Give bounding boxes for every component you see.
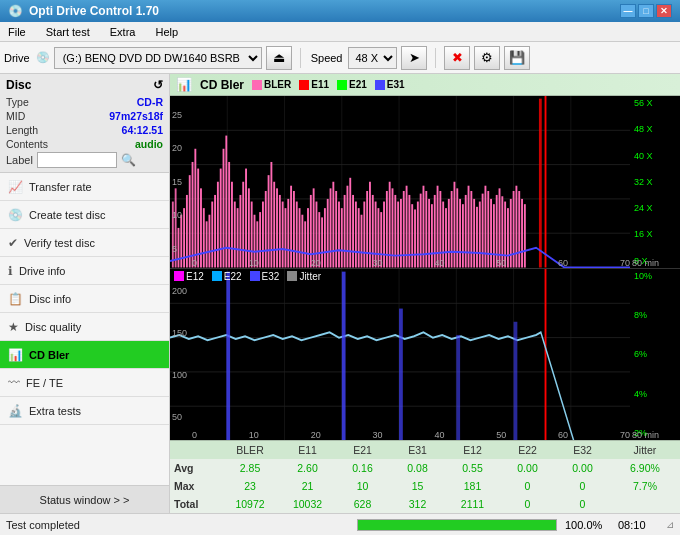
stats-max-e21: 10 [335, 480, 390, 492]
status-window-button[interactable]: Status window > > [0, 485, 169, 513]
svg-rect-45 [265, 191, 267, 268]
nav-transfer-rate[interactable]: 📈 Transfer rate [0, 173, 169, 201]
stats-avg-e31: 0.08 [390, 462, 445, 474]
nav-disc-quality-label: Disc quality [25, 321, 81, 333]
disc-contents-row: Contents audio [6, 138, 163, 150]
legend-e22-label: E22 [224, 271, 242, 282]
legend-jitter-dot [287, 271, 297, 281]
svg-rect-55 [293, 191, 295, 268]
disc-label-input[interactable] [37, 152, 117, 168]
bottom-chart-legend: E12 E22 E32 Jitter [174, 271, 321, 282]
progress-bar [357, 519, 557, 531]
legend-jitter-label: Jitter [299, 271, 321, 282]
svg-rect-122 [482, 194, 484, 268]
disc-mid-value: 97m27s18f [109, 110, 163, 122]
nav-disc-quality[interactable]: ★ Disc quality [0, 313, 169, 341]
legend-e22-dot [212, 271, 222, 281]
stats-max-e31: 15 [390, 480, 445, 492]
legend-e11: E11 [299, 79, 329, 90]
svg-rect-102 [425, 191, 427, 268]
stats-table: BLER E11 E21 E31 E12 E22 E32 Jitter Avg … [170, 440, 680, 513]
menu-help[interactable]: Help [151, 24, 182, 40]
disc-title: Disc [6, 78, 31, 92]
settings-button[interactable]: ⚙ [474, 46, 500, 70]
chart-title: CD Bler [200, 78, 244, 92]
menu-file[interactable]: File [4, 24, 30, 40]
stats-max-e22: 0 [500, 480, 555, 492]
transfer-rate-icon: 📈 [8, 180, 23, 194]
svg-rect-106 [437, 186, 439, 268]
stats-col-e32: E32 [555, 444, 610, 456]
toolbar-sep-1 [300, 48, 301, 68]
stats-avg-e22: 0.00 [500, 462, 555, 474]
svg-rect-155 [514, 321, 518, 440]
titlebar-left: 💿 Opti Drive Control 1.70 [8, 4, 159, 18]
svg-rect-33 [231, 182, 233, 268]
svg-rect-46 [268, 175, 270, 267]
nav-extra-tests[interactable]: 🔬 Extra tests [0, 397, 169, 425]
disc-label-search-icon[interactable]: 🔍 [121, 153, 136, 167]
menubar: File Start test Extra Help [0, 22, 680, 42]
legend-bler-dot [252, 80, 262, 90]
yaxis-10pct: 10% [634, 271, 678, 281]
disc-header: Disc ↺ [6, 78, 163, 92]
stats-col-e31: E31 [390, 444, 445, 456]
nav-verify-test-disc[interactable]: ✔ Verify test disc [0, 229, 169, 257]
stats-max-jitter: 7.7% [610, 480, 680, 492]
statusbar-text: Test completed [6, 519, 349, 531]
svg-rect-69 [332, 182, 334, 268]
nav-fe-te[interactable]: 〰 FE / TE [0, 369, 169, 397]
eject-button[interactable]: ⏏ [266, 46, 292, 70]
stats-total-e32: 0 [555, 498, 610, 510]
toolbar-sep-2 [435, 48, 436, 68]
save-button[interactable]: 💾 [504, 46, 530, 70]
stats-avg-jitter: 6.90% [610, 462, 680, 474]
clear-button[interactable]: ✖ [444, 46, 470, 70]
svg-rect-48 [273, 182, 275, 268]
disc-quality-icon: ★ [8, 320, 19, 334]
svg-rect-62 [313, 188, 315, 267]
nav-create-test-disc[interactable]: 💿 Create test disc [0, 201, 169, 229]
top-xmax-label: 80 min [632, 256, 680, 268]
chart-area: 📊 CD Bler BLER E11 E21 E31 [170, 74, 680, 513]
bottom-chart-yaxis-left: 200 150 100 50 [170, 269, 192, 441]
stats-max-e11: 21 [280, 480, 335, 492]
disc-length-value: 64:12.51 [122, 124, 163, 136]
legend-bler: BLER [252, 79, 291, 90]
left-panel: Disc ↺ Type CD-R MID 97m27s18f Length 64… [0, 74, 170, 513]
chart-header: 📊 CD Bler BLER E11 E21 E31 [170, 74, 680, 96]
legend-e32-label: E32 [262, 271, 280, 282]
minimize-button[interactable]: — [620, 4, 636, 18]
drive-select[interactable]: (G:) BENQ DVD DD DW1640 BSRB [54, 47, 262, 69]
close-button[interactable]: ✕ [656, 4, 672, 18]
yaxis-6pct: 6% [634, 349, 678, 359]
stats-total-bler: 10972 [220, 498, 280, 510]
svg-rect-151 [226, 271, 230, 440]
nav-fe-te-label: FE / TE [26, 377, 63, 389]
disc-type-row: Type CD-R [6, 96, 163, 108]
disc-length-row: Length 64:12.51 [6, 124, 163, 136]
menu-start-test[interactable]: Start test [42, 24, 94, 40]
svg-rect-28 [217, 182, 219, 268]
maximize-button[interactable]: □ [638, 4, 654, 18]
svg-rect-117 [468, 186, 470, 268]
resize-handle[interactable]: ⊿ [666, 519, 674, 530]
legend-e11-dot [299, 80, 309, 90]
disc-refresh-icon[interactable]: ↺ [153, 78, 163, 92]
drive-info-icon: ℹ [8, 264, 13, 278]
yaxis-4pct: 4% [634, 389, 678, 399]
nav-disc-info[interactable]: 📋 Disc info [0, 285, 169, 313]
nav-cd-bler[interactable]: 📊 CD Bler [0, 341, 169, 369]
speed-arrow-button[interactable]: ➤ [401, 46, 427, 70]
nav-disc-info-label: Disc info [29, 293, 71, 305]
svg-rect-81 [366, 191, 368, 268]
create-test-disc-icon: 💿 [8, 208, 23, 222]
stats-col-e21: E21 [335, 444, 390, 456]
menu-extra[interactable]: Extra [106, 24, 140, 40]
speed-select[interactable]: 48 X [348, 47, 397, 69]
legend-e31-label: E31 [387, 79, 405, 90]
svg-rect-37 [242, 182, 244, 268]
stats-avg-bler: 2.85 [220, 462, 280, 474]
bottom-chart: E12 E22 E32 Jitter [170, 269, 680, 441]
nav-drive-info[interactable]: ℹ Drive info [0, 257, 169, 285]
